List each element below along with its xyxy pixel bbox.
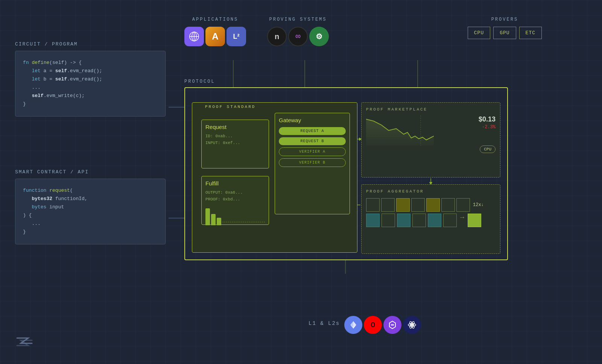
- svg-marker-14: [366, 119, 434, 146]
- agg-block-t6: [443, 214, 457, 227]
- agg-block-t3: [397, 214, 410, 227]
- fulfill-box: Fulfill OUTPUT: 0xa6... PROOF: 0xbd...: [201, 176, 269, 225]
- agg-block-1: [366, 198, 380, 212]
- smart-contract-section: SMART CONTRACT / API function request( b…: [15, 169, 166, 244]
- agg-block-t4: [412, 214, 426, 227]
- fulfill-title: Fulfill: [205, 180, 265, 187]
- etc-prover-box: ETC: [519, 27, 542, 39]
- provers-section: PROVERS CPU GPU ETC: [468, 17, 542, 39]
- eth-icon: [344, 316, 362, 334]
- svg-marker-18: [350, 321, 353, 326]
- fulfill-output: OUTPUT: 0xa6...: [205, 190, 265, 196]
- sc-line-4: ) {: [23, 211, 158, 220]
- code-line-1: fn define(self) -> {: [23, 59, 158, 67]
- gateway-verifier-a-btn[interactable]: VERIFIER A: [279, 147, 346, 156]
- price-value: $0.13: [479, 115, 496, 123]
- agg-arrow: →: [460, 214, 464, 227]
- proving-section: PROVING SYSTEMS n ∞ ⚙: [267, 17, 329, 46]
- protocol-label: PROTOCOL: [184, 79, 215, 84]
- aggregator-label: PROOF AGGREGATOR: [366, 189, 496, 194]
- polygon-icon: [383, 316, 401, 334]
- circuit-section: CIRCUIT / PROGRAM fn define(self) -> { l…: [15, 41, 166, 117]
- price-chart-svg: [366, 115, 434, 146]
- proof-marketplace-box: PROOF MARKETPLACE $0.13 -2.3% CPU: [361, 102, 500, 177]
- bar-1: [205, 208, 210, 225]
- gateway-title: Gateway: [279, 117, 346, 123]
- marketplace-cpu-badge: CPU: [480, 146, 496, 153]
- marketplace-label: PROOF MARKETPLACE: [366, 107, 496, 112]
- proof-aggregator-box: PROOF AGGREGATOR 12x↓ →: [361, 184, 500, 254]
- fulfill-proof: PROOF: 0xbd...: [205, 196, 265, 203]
- applications-title: APPLICATIONS: [184, 17, 246, 22]
- agg-block-highlight: [468, 214, 481, 227]
- agg-block-2: [381, 198, 395, 212]
- cpu-prover-box: CPU: [468, 27, 490, 39]
- aggregator-row1: 12x↓: [366, 198, 496, 212]
- code-line-4: ...: [23, 83, 158, 92]
- l1l2-icons: O: [344, 316, 421, 334]
- svg-marker-17: [353, 321, 356, 326]
- code-line-3: let b = self.evm_read();: [23, 75, 158, 83]
- chart-baseline: [222, 222, 265, 222]
- algo-app-icon: A: [205, 27, 225, 46]
- agg-block-t2: [382, 214, 395, 227]
- smart-contract-label: SMART CONTRACT / API: [15, 169, 166, 175]
- agg-block-t5: [428, 214, 441, 227]
- svg-point-21: [411, 324, 413, 326]
- code-line-6: }: [23, 100, 158, 108]
- smart-contract-code-box: function request( bytes32 functionId, by…: [15, 179, 166, 244]
- price-chart: $0.13 -2.3% CPU: [366, 115, 496, 153]
- code-line-2: let a = self.evm_read();: [23, 67, 158, 75]
- gateway-box: Gateway REQUEST A REQUEST B VERIFIER A V…: [275, 113, 350, 214]
- l1l2-row: L1 & L2s O: [309, 313, 421, 334]
- request-box: Request ID: 0xab... INPUT: 0xef...: [201, 120, 269, 168]
- agg-block-6: [441, 198, 455, 212]
- sc-line-1: function request(: [23, 187, 158, 195]
- agg-block-5: [426, 198, 440, 212]
- proof-standard-label: PROOF STANDARD: [205, 105, 255, 109]
- l1l2-section: L1 & L2s O: [309, 313, 421, 334]
- logo: [15, 335, 34, 353]
- agg-block-3: [396, 198, 410, 212]
- code-line-5: self.evm_write(c);: [23, 92, 158, 100]
- sc-line-3: bytes input: [23, 203, 158, 211]
- infinity-proving-icon: ∞: [288, 27, 308, 46]
- applications-section: APPLICATIONS A L²: [184, 17, 246, 46]
- l1l2-label: L1 & L2s: [309, 320, 340, 326]
- request-title: Request: [205, 124, 265, 130]
- bar-2: [211, 214, 216, 225]
- request-input: INPUT: 0xef...: [205, 140, 265, 147]
- agg-block-t1: [366, 214, 380, 227]
- fulfill-chart: [205, 203, 265, 225]
- sc-line-2: bytes32 functionId,: [23, 195, 158, 203]
- circuit-label: CIRCUIT / PROGRAM: [15, 41, 166, 47]
- price-change: -2.3%: [482, 124, 496, 130]
- provers-boxes-container: CPU GPU ETC: [468, 27, 542, 39]
- globe-app-icon: [184, 27, 204, 46]
- sc-line-6: }: [23, 228, 158, 236]
- proving-icons-container: n ∞ ⚙: [267, 27, 329, 46]
- gateway-request-a-btn[interactable]: REQUEST A: [279, 127, 346, 135]
- request-id: ID: 0xab...: [205, 133, 265, 140]
- cosmos-icon: [403, 316, 421, 334]
- agg-block-4: [411, 198, 425, 212]
- sc-line-5: ...: [23, 220, 158, 228]
- gateway-request-b-btn[interactable]: REQUEST B: [279, 137, 346, 145]
- gateway-verifier-b-btn[interactable]: VERIFIER B: [279, 158, 346, 167]
- circuit-code-box: fn define(self) -> { let a = self.evm_re…: [15, 51, 166, 117]
- bar-3: [217, 218, 221, 225]
- agg-count: 12x↓: [473, 202, 484, 208]
- provers-title: PROVERS: [468, 17, 542, 22]
- keystone-proving-icon: ⚙: [309, 27, 329, 46]
- agg-block-7: [456, 198, 470, 212]
- proving-title: PROVING SYSTEMS: [267, 17, 329, 22]
- gpu-prover-box: GPU: [493, 27, 516, 39]
- aggregator-row2: →: [366, 214, 496, 227]
- l2-app-icon: L²: [227, 27, 246, 46]
- main-container: CIRCUIT / PROGRAM fn define(self) -> { l…: [0, 0, 602, 364]
- noir-proving-icon: n: [267, 27, 287, 46]
- optimism-icon: O: [364, 316, 382, 334]
- app-icons-container: A L²: [184, 27, 246, 46]
